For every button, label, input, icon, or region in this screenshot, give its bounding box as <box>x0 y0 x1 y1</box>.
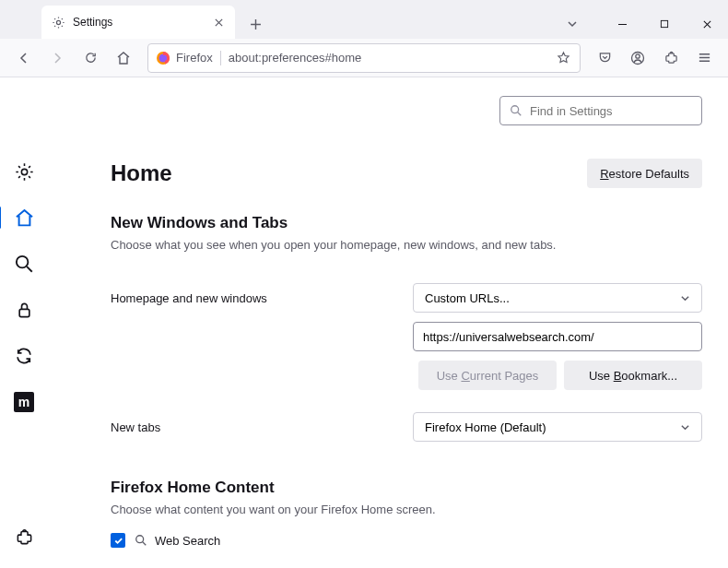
maximize-button[interactable] <box>643 9 686 39</box>
sidebar-item-privacy[interactable] <box>11 297 37 323</box>
close-icon[interactable] <box>211 15 226 30</box>
pocket-button[interactable] <box>590 43 619 73</box>
settings-sidebar: m <box>0 77 48 568</box>
newtabs-mode-value: Firefox Home (Default) <box>425 420 546 434</box>
new-tab-button[interactable] <box>241 9 270 39</box>
section-new-windows-tabs-title: New Windows and Tabs <box>111 214 702 232</box>
gear-icon <box>51 15 65 30</box>
homepage-url-input[interactable] <box>413 322 702 351</box>
svg-rect-1 <box>661 20 667 27</box>
use-bookmark-button[interactable]: Use Bookmark... <box>564 361 702 390</box>
home-button[interactable] <box>109 43 138 73</box>
url-bar[interactable]: Firefox about:preferences#home <box>147 43 581 73</box>
identity-label: Firefox <box>176 51 213 65</box>
homepage-mode-value: Custom URLs... <box>425 291 510 305</box>
svg-point-10 <box>136 536 144 543</box>
search-icon <box>135 534 147 547</box>
search-icon <box>510 104 523 117</box>
sidebar-item-general[interactable] <box>11 159 37 184</box>
homepage-label: Homepage and new windows <box>111 291 413 305</box>
settings-main: Home Restore Defaults New Windows and Ta… <box>48 77 728 568</box>
sidebar-item-more[interactable]: m <box>11 389 37 415</box>
bookmark-star-icon[interactable] <box>554 51 572 65</box>
back-button[interactable] <box>9 43 39 73</box>
forward-button <box>42 43 72 73</box>
newtabs-mode-select[interactable]: Firefox Home (Default) <box>413 412 702 442</box>
reload-button[interactable] <box>76 43 105 73</box>
account-button[interactable] <box>623 43 652 73</box>
section-home-content-desc: Choose what content you want on your Fir… <box>111 503 702 516</box>
svg-point-6 <box>21 169 27 174</box>
svg-point-7 <box>17 256 29 268</box>
tab-bar: Settings <box>0 0 728 39</box>
svg-point-5 <box>636 53 640 57</box>
minimize-button[interactable] <box>601 9 643 39</box>
use-current-pages-button: Use Current Pages <box>418 361 557 390</box>
homepage-mode-select[interactable]: Custom URLs... <box>413 283 702 313</box>
find-in-settings[interactable] <box>499 96 702 125</box>
find-in-settings-input[interactable] <box>530 104 692 118</box>
sidebar-item-search[interactable] <box>11 251 37 277</box>
svg-rect-8 <box>19 309 29 316</box>
chevron-down-icon <box>680 422 690 432</box>
section-home-content-title: Firefox Home Content <box>111 479 702 497</box>
extensions-button[interactable] <box>656 43 686 73</box>
browser-toolbar: Firefox about:preferences#home <box>0 39 728 77</box>
firefox-icon <box>156 51 170 65</box>
restore-defaults-button[interactable]: Restore Defaults <box>587 159 702 188</box>
app-menu-button[interactable] <box>689 43 719 73</box>
close-window-button[interactable] <box>686 9 728 39</box>
chevron-down-icon <box>680 293 690 303</box>
site-identity[interactable]: Firefox <box>156 51 221 65</box>
browser-tab[interactable]: Settings <box>41 6 235 39</box>
sidebar-item-extensions[interactable] <box>11 524 37 550</box>
page-title: Home <box>111 160 172 186</box>
svg-point-9 <box>511 106 519 113</box>
sidebar-item-home[interactable] <box>11 205 37 231</box>
sidebar-item-sync[interactable] <box>11 343 37 369</box>
newtabs-label: New tabs <box>111 420 413 434</box>
tab-title: Settings <box>73 16 204 29</box>
url-text: about:preferences#home <box>229 51 546 65</box>
web-search-checkbox[interactable] <box>111 533 125 548</box>
tabs-dropdown-button[interactable] <box>558 9 587 39</box>
web-search-label: Web Search <box>135 534 220 548</box>
svg-point-0 <box>56 20 60 24</box>
section-new-windows-tabs-desc: Choose what you see when you open your h… <box>111 238 702 252</box>
